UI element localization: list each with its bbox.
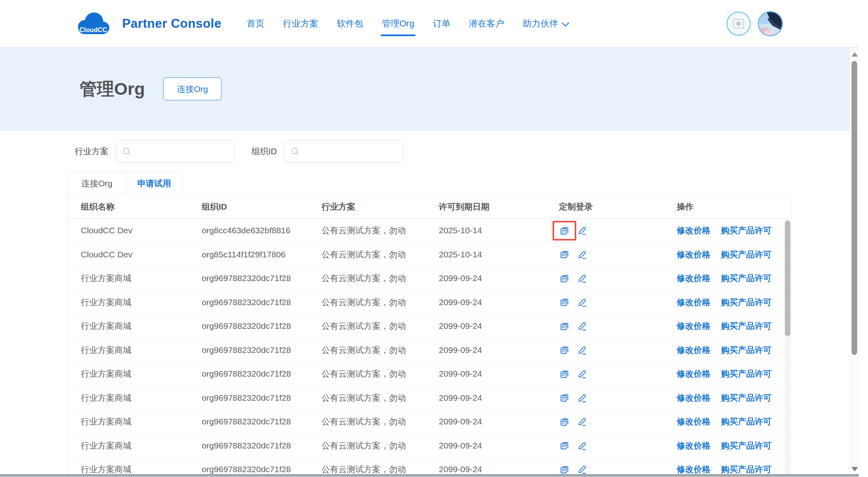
horizontal-scrollbar[interactable]	[0, 474, 859, 477]
copy-login-button[interactable]	[559, 392, 570, 403]
nav-item[interactable]: 软件包	[328, 0, 373, 47]
edit-login-button[interactable]	[577, 369, 588, 379]
cell-org-id: org9697882320dc71f28	[202, 273, 321, 283]
buy-license-link[interactable]: 购买产品许可	[721, 273, 772, 284]
modify-price-link[interactable]: 修改价格	[677, 225, 710, 236]
cell-custom-login	[559, 436, 677, 455]
modify-price-link[interactable]: 修改价格	[677, 368, 710, 379]
copy-icon	[559, 321, 570, 332]
edit-login-button[interactable]	[577, 321, 588, 331]
nav-item-label: 软件包	[337, 18, 363, 30]
edit-icon	[577, 273, 588, 283]
col-solution: 行业方案	[321, 201, 439, 212]
window-scrollbar[interactable]	[850, 48, 859, 477]
modify-price-link[interactable]: 修改价格	[677, 464, 710, 475]
highlight-annotation-box	[553, 316, 576, 336]
cell-solution: 公有云测试方案，勿动	[321, 464, 439, 475]
modify-price-link[interactable]: 修改价格	[677, 249, 710, 260]
buy-license-link[interactable]: 购买产品许可	[721, 344, 772, 356]
buy-license-link[interactable]: 购买产品许可	[721, 392, 772, 404]
copy-login-button[interactable]	[559, 369, 570, 379]
table-row: CloudCC Dev org85c114f1f29f17806 公有云测试方案…	[68, 243, 792, 267]
filter-solution-label: 行业方案	[75, 146, 108, 157]
edit-login-button[interactable]	[577, 416, 588, 427]
cell-actions: 修改价格 购买产品许可	[677, 320, 792, 332]
cell-org-id: org8cc463de632bf8816	[202, 226, 321, 235]
nav-item[interactable]: 订单	[424, 0, 460, 47]
edit-icon	[577, 369, 588, 379]
buy-license-link[interactable]: 购买产品许可	[721, 225, 772, 236]
solution-search-input[interactable]	[115, 140, 234, 163]
scrollbar-thumb[interactable]	[852, 61, 857, 355]
copy-login-button[interactable]	[559, 344, 570, 355]
modify-price-link[interactable]: 修改价格	[677, 297, 710, 308]
nav-item[interactable]: 行业方案	[274, 0, 328, 47]
copy-icon	[559, 344, 570, 355]
cloudcc-logo[interactable]: CloudCC	[75, 11, 112, 37]
modify-price-link[interactable]: 修改价格	[677, 440, 710, 451]
buy-license-link[interactable]: 购买产品许可	[721, 464, 772, 475]
buy-license-link[interactable]: 购买产品许可	[721, 249, 772, 260]
nav-item[interactable]: 助力伙伴	[514, 0, 579, 47]
scrollbar-down-arrow-icon[interactable]	[852, 467, 858, 471]
org-id-search-input[interactable]	[284, 140, 403, 163]
nav-item[interactable]: 潜在客户	[460, 0, 514, 47]
image-placeholder-icon[interactable]	[727, 12, 751, 36]
copy-login-button[interactable]	[559, 273, 570, 284]
edit-login-button[interactable]	[577, 297, 588, 308]
edit-login-button[interactable]	[577, 345, 588, 355]
user-avatar[interactable]	[758, 11, 783, 36]
copy-icon	[559, 369, 570, 379]
cell-org-name: 行业方案商城	[81, 392, 202, 404]
edit-login-button[interactable]	[577, 225, 588, 236]
svg-text:CloudCC: CloudCC	[80, 26, 107, 33]
cell-actions: 修改价格 购买产品许可	[677, 273, 792, 284]
copy-login-button[interactable]	[559, 297, 570, 308]
modify-price-link[interactable]: 修改价格	[677, 320, 710, 332]
scrollbar-up-arrow-icon[interactable]	[852, 52, 858, 57]
buy-license-link[interactable]: 购买产品许可	[721, 297, 772, 308]
tab-connect-org[interactable]: 连接Org	[68, 171, 126, 195]
copy-login-button[interactable]	[559, 321, 570, 332]
edit-login-button[interactable]	[577, 393, 588, 403]
nav-item-label: 订单	[433, 18, 450, 30]
connect-org-button[interactable]: 连接Org	[163, 77, 221, 100]
modify-price-link[interactable]: 修改价格	[677, 273, 710, 284]
table-scrollbar-thumb[interactable]	[785, 220, 790, 336]
edit-login-button[interactable]	[577, 440, 588, 451]
cell-org-name: 行业方案商城	[81, 320, 202, 332]
edit-login-button[interactable]	[577, 464, 588, 475]
highlight-annotation-box	[553, 436, 576, 455]
copy-login-button[interactable]	[559, 464, 570, 475]
edit-login-button[interactable]	[577, 249, 588, 260]
copy-login-button[interactable]	[559, 225, 570, 236]
cell-solution: 公有云测试方案，勿动	[321, 297, 439, 308]
copy-icon	[559, 416, 570, 427]
modify-price-link[interactable]: 修改价格	[677, 344, 710, 356]
buy-license-link[interactable]: 购买产品许可	[721, 440, 772, 451]
modify-price-link[interactable]: 修改价格	[677, 416, 710, 427]
copy-login-button[interactable]	[559, 440, 570, 451]
col-org-name: 组织名称	[81, 201, 202, 212]
page: CloudCC Partner Console 首页 行业方案 软件包 管理Or…	[0, 0, 859, 477]
cell-org-id: org9697882320dc71f28	[202, 417, 321, 426]
cell-expire-date: 2099-09-24	[439, 393, 559, 403]
buy-license-link[interactable]: 购买产品许可	[721, 416, 772, 427]
cell-expire-date: 2099-09-24	[439, 441, 559, 450]
edit-login-button[interactable]	[577, 273, 588, 283]
cell-solution: 公有云测试方案，勿动	[321, 320, 439, 332]
cell-solution: 公有云测试方案，勿动	[321, 273, 439, 284]
nav-item[interactable]: 首页	[237, 0, 274, 47]
nav-item[interactable]: 管理Org	[373, 0, 424, 47]
buy-license-link[interactable]: 购买产品许可	[721, 320, 772, 332]
copy-login-button[interactable]	[559, 416, 570, 427]
cell-actions: 修改价格 购买产品许可	[677, 225, 792, 236]
tab-apply-trial[interactable]: 申请试用	[126, 171, 182, 195]
highlight-annotation-box	[553, 340, 576, 360]
table-scrollbar-track[interactable]	[785, 219, 790, 477]
table-body: CloudCC Dev org8cc463de632bf8816 公有云测试方案…	[68, 219, 792, 477]
copy-icon	[559, 464, 570, 475]
modify-price-link[interactable]: 修改价格	[677, 392, 710, 404]
copy-login-button[interactable]	[559, 249, 570, 260]
buy-license-link[interactable]: 购买产品许可	[721, 368, 772, 379]
